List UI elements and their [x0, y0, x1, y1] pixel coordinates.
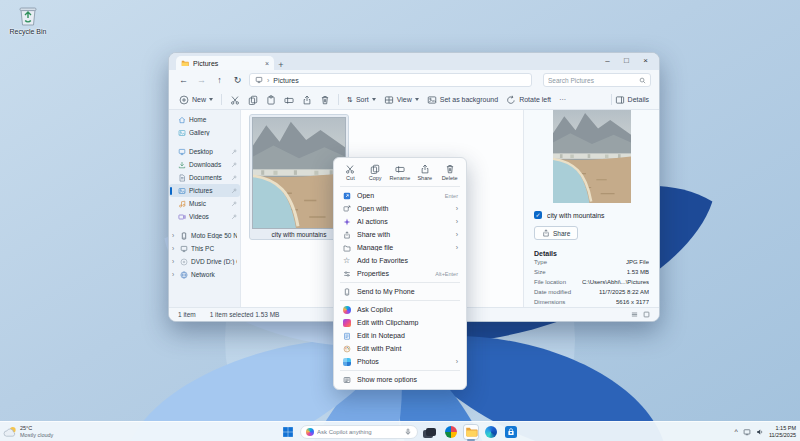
set-as-background-button[interactable]: Set as background: [427, 95, 498, 105]
rotate-left-icon: [506, 95, 516, 105]
rename-button[interactable]: [284, 95, 294, 105]
forward-button[interactable]: →: [195, 75, 208, 85]
menu-item-open[interactable]: OpenEnter: [334, 189, 466, 202]
sidebar-item-this-pc[interactable]: ›This PC: [169, 242, 240, 255]
cut-button[interactable]: [230, 95, 240, 105]
details-pane-toggle[interactable]: Details: [615, 95, 649, 105]
view-button[interactable]: View: [384, 95, 419, 105]
start-button[interactable]: [282, 426, 294, 438]
recycle-bin-shortcut[interactable]: Recycle Bin: [6, 5, 50, 35]
tab-close-icon[interactable]: ×: [265, 60, 269, 67]
file-explorer-taskbar-button[interactable]: [464, 425, 478, 439]
folder-icon: [181, 59, 189, 67]
pin-icon: [231, 162, 237, 168]
open-icon: [343, 192, 351, 200]
sidebar-item-downloads[interactable]: Downloads: [169, 158, 240, 171]
quick-share-button[interactable]: Share: [412, 162, 437, 183]
expand-chevron-icon[interactable]: ›: [172, 245, 177, 252]
videos-icon: [178, 213, 186, 221]
sort-button[interactable]: ⇅ Sort: [347, 96, 376, 104]
quick-rename-button[interactable]: Rename: [388, 162, 413, 183]
sort-icon: ⇅: [347, 96, 353, 104]
store-taskbar-button[interactable]: [504, 425, 518, 439]
navigation-pane: Home Gallery Desktop Downloads Documents…: [169, 110, 241, 307]
file-checkbox[interactable]: ✓: [534, 211, 542, 219]
new-button[interactable]: New: [179, 95, 213, 105]
file-name-caption: city with mountains: [252, 231, 346, 238]
menu-item-send-to-my-phone[interactable]: Send to My Phone: [334, 285, 466, 298]
quick-cut-button[interactable]: Cut: [338, 162, 363, 183]
search-input[interactable]: [548, 77, 639, 84]
menu-item-edit-with-paint[interactable]: Edit with Paint: [334, 342, 466, 355]
expand-chevron-icon[interactable]: ›: [172, 258, 177, 265]
sidebar-item-phone[interactable]: ›Moto Edge 50 N: [169, 229, 240, 242]
copy-button[interactable]: [248, 95, 258, 105]
address-bar[interactable]: › Pictures: [249, 73, 532, 87]
sidebar-item-network[interactable]: ›Network: [169, 268, 240, 281]
photo-thumbnail: [252, 117, 346, 229]
taskbar-search-input[interactable]: [317, 429, 401, 435]
details-view-toggle-icon[interactable]: [631, 311, 638, 318]
menu-item-edit-with-clipchamp[interactable]: Edit with Clipchamp: [334, 316, 466, 329]
new-tab-button[interactable]: +: [274, 60, 288, 70]
menu-item-edit-in-notepad[interactable]: Edit in Notepad: [334, 329, 466, 342]
menu-item-manage-file[interactable]: Manage file›: [334, 241, 466, 254]
maximize-button[interactable]: □: [617, 53, 636, 69]
rotate-left-button[interactable]: Rotate left: [506, 95, 551, 105]
submenu-chevron-icon: ›: [456, 358, 458, 365]
sidebar-item-videos[interactable]: Videos: [169, 210, 240, 223]
paste-button[interactable]: [266, 95, 276, 105]
tab-pictures[interactable]: Pictures ×: [176, 56, 274, 70]
open-with-icon: [343, 205, 351, 213]
share-file-button[interactable]: Share: [534, 226, 578, 240]
quick-delete-button[interactable]: Delete: [437, 162, 462, 183]
speaker-icon[interactable]: [756, 428, 764, 436]
edge-taskbar-button[interactable]: [484, 425, 498, 439]
menu-item-add-to-favorites[interactable]: ☆Add to Favorites: [334, 254, 466, 267]
tray-overflow-chevron[interactable]: ^: [735, 428, 738, 435]
up-button[interactable]: ↑: [213, 75, 226, 85]
share-button[interactable]: [302, 95, 312, 105]
documents-icon: [178, 174, 186, 182]
quick-copy-button[interactable]: Copy: [363, 162, 388, 183]
menu-item-show-more-options[interactable]: Show more options: [334, 373, 466, 386]
breadcrumb[interactable]: Pictures: [273, 77, 298, 84]
task-view-button[interactable]: [424, 425, 438, 439]
menu-item-ai-actions[interactable]: AI actions›: [334, 215, 466, 228]
large-thumbnails-toggle-icon[interactable]: [643, 311, 650, 318]
minimize-button[interactable]: –: [598, 53, 617, 69]
sidebar-item-desktop[interactable]: Desktop: [169, 145, 240, 158]
sidebar-item-music[interactable]: Music: [169, 197, 240, 210]
expand-chevron-icon[interactable]: ›: [172, 232, 177, 239]
expand-chevron-icon[interactable]: ›: [172, 271, 177, 278]
refresh-button[interactable]: ↻: [231, 75, 244, 85]
photos-icon: [343, 358, 351, 366]
close-button[interactable]: ×: [636, 53, 655, 69]
widgets-app-button[interactable]: [444, 425, 458, 439]
back-button[interactable]: ←: [177, 75, 190, 85]
sidebar-item-dvd-drive[interactable]: ›DVD Drive (D:) C: [169, 255, 240, 268]
sidebar-item-documents[interactable]: Documents: [169, 171, 240, 184]
detail-row-type: TypeJPG File: [534, 258, 649, 267]
menu-item-ask-copilot[interactable]: Ask Copilot: [334, 303, 466, 316]
mic-icon[interactable]: [404, 428, 412, 436]
taskbar-search[interactable]: [300, 425, 418, 439]
more-options-button[interactable]: ⋯: [559, 96, 566, 104]
menu-item-photos[interactable]: Photos›: [334, 355, 466, 368]
detail-row-location: File locationC:\Users\Abhi\...\Pictures: [534, 278, 649, 287]
search-box[interactable]: [543, 73, 651, 87]
sidebar-item-gallery[interactable]: Gallery: [169, 126, 240, 139]
weather-widget[interactable]: 25°C Mostly cloudy: [3, 422, 53, 441]
menu-item-share-with[interactable]: Share with›: [334, 228, 466, 241]
menu-item-properties[interactable]: PropertiesAlt+Enter: [334, 267, 466, 280]
manage-file-icon: [343, 244, 351, 252]
clipchamp-icon: [343, 319, 351, 327]
delete-button[interactable]: [320, 95, 330, 105]
menu-item-open-with[interactable]: Open with›: [334, 202, 466, 215]
taskbar-clock[interactable]: 1:15 PM 11/25/2025: [769, 425, 796, 438]
cast-network-icon[interactable]: [743, 428, 751, 436]
sidebar-item-home[interactable]: Home: [169, 113, 240, 126]
pinwheel-app-icon: [445, 426, 457, 438]
gallery-icon: [178, 129, 186, 137]
sidebar-item-pictures[interactable]: Pictures: [169, 184, 240, 197]
